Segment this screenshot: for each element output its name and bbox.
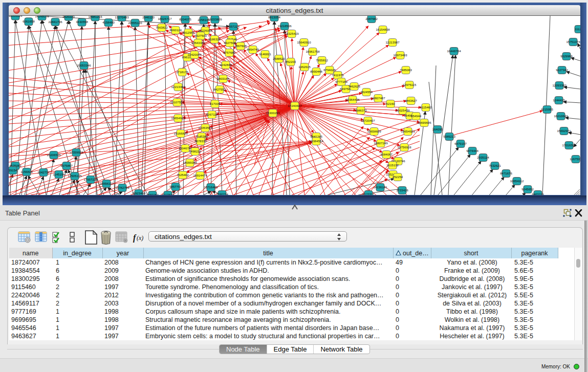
svg-text:9227342: 9227342 (556, 68, 568, 72)
svg-text:11923468: 11923468 (132, 191, 146, 195)
svg-text:954944: 954944 (411, 114, 422, 118)
svg-text:7955812: 7955812 (316, 58, 328, 62)
svg-text:8123311: 8123311 (362, 192, 375, 195)
svg-text:12975115: 12975115 (403, 83, 417, 86)
svg-text:13353594: 13353594 (198, 126, 212, 129)
svg-text:10107553: 10107553 (170, 100, 184, 104)
svg-text:14248078: 14248078 (35, 16, 49, 18)
svg-text:22841736: 22841736 (48, 20, 62, 24)
svg-text:9115460: 9115460 (420, 105, 432, 109)
svg-text:18981216: 18981216 (88, 16, 102, 18)
svg-text:9329966: 9329966 (560, 54, 573, 58)
svg-text:2935114: 2935114 (477, 156, 489, 159)
svg-text:8204075: 8204075 (179, 17, 191, 21)
svg-text:7986372: 7986372 (355, 108, 367, 112)
svg-text:7625402: 7625402 (177, 173, 189, 177)
svg-text:22420046: 22420046 (187, 53, 202, 56)
svg-text:2803144: 2803144 (217, 77, 229, 80)
svg-text:8267110: 8267110 (206, 113, 218, 116)
svg-text:9777169: 9777169 (335, 80, 347, 83)
svg-text:12213987: 12213987 (385, 40, 400, 44)
svg-text:8660124: 8660124 (169, 28, 182, 32)
svg-text:8757685: 8757685 (223, 51, 235, 54)
svg-text:2718176: 2718176 (176, 70, 188, 74)
svg-text:8186328: 8186328 (208, 37, 221, 41)
svg-text:20053346: 20053346 (77, 63, 91, 67)
svg-text:14099348: 14099348 (183, 161, 197, 164)
svg-text:12093382: 12093382 (552, 83, 567, 87)
svg-text:9857791: 9857791 (169, 185, 182, 188)
svg-text:10025438: 10025438 (396, 108, 410, 112)
svg-text:19384554: 19384554 (309, 139, 323, 143)
svg-text:16914479: 16914479 (193, 173, 207, 177)
svg-text:1244415: 1244415 (553, 98, 565, 102)
svg-text:19654923: 19654923 (171, 116, 185, 120)
svg-text:852203: 852203 (286, 60, 296, 63)
svg-text:19756928: 19756928 (397, 145, 411, 149)
svg-text:18026717: 18026717 (158, 17, 172, 20)
svg-text:1145194: 1145194 (53, 172, 65, 176)
svg-text:7462626: 7462626 (348, 84, 360, 88)
svg-text:20555120: 20555120 (128, 21, 142, 25)
svg-text:2588520: 2588520 (273, 57, 285, 60)
svg-text:2946120: 2946120 (142, 16, 155, 19)
svg-text:9474444: 9474444 (466, 149, 478, 152)
svg-text:2867608: 2867608 (234, 44, 247, 48)
svg-text:20206536: 20206536 (47, 153, 61, 157)
svg-text:9084067: 9084067 (380, 152, 393, 156)
svg-text:10958107: 10958107 (99, 182, 114, 185)
svg-text:3824554: 3824554 (360, 90, 373, 94)
svg-text:9242848: 9242848 (220, 63, 232, 67)
svg-text:14136141: 14136141 (373, 185, 387, 189)
svg-text:6479197: 6479197 (454, 142, 467, 145)
svg-text:1362615: 1362615 (298, 65, 311, 69)
svg-text:13270483: 13270483 (115, 16, 129, 19)
svg-text:17957223: 17957223 (83, 178, 98, 181)
svg-text:7411975: 7411975 (332, 73, 344, 77)
svg-text:16961758: 16961758 (306, 50, 320, 53)
svg-text:10658609: 10658609 (367, 129, 381, 133)
svg-text:10543342: 10543342 (191, 41, 205, 45)
svg-text:10699695: 10699695 (417, 121, 431, 124)
svg-text:9463627: 9463627 (405, 99, 417, 102)
svg-text:9975867: 9975867 (60, 164, 73, 167)
svg-text:(x): (x) (137, 234, 143, 242)
svg-text:11123: 11123 (575, 27, 580, 31)
svg-text:7563822: 7563822 (156, 26, 168, 29)
svg-text:15640910: 15640910 (297, 40, 311, 44)
svg-text:8990448: 8990448 (310, 70, 322, 73)
svg-text:19654923: 19654923 (401, 129, 415, 133)
svg-text:8427552: 8427552 (213, 87, 226, 91)
svg-text:16782759: 16782759 (115, 186, 129, 189)
svg-text:252254: 252254 (393, 175, 403, 179)
svg-text:23226058: 23226058 (198, 29, 212, 32)
svg-text:7590234: 7590234 (216, 192, 228, 195)
svg-text:1156819: 1156819 (20, 170, 33, 173)
svg-text:1167533: 1167533 (570, 157, 580, 161)
svg-text:16154838: 16154838 (376, 28, 390, 31)
svg-text:15692971: 15692971 (557, 129, 571, 133)
svg-text:20364436: 20364436 (345, 98, 360, 101)
svg-text:2042737: 2042737 (37, 170, 50, 174)
svg-text:9560154: 9560154 (146, 193, 159, 195)
svg-text:19218506: 19218506 (277, 24, 292, 28)
svg-text:8217633: 8217633 (162, 193, 174, 195)
svg-text:17016504: 17016504 (562, 143, 576, 147)
svg-text:11866024: 11866024 (9, 16, 23, 17)
svg-text:6061658: 6061658 (23, 19, 35, 23)
svg-text:17240607: 17240607 (288, 104, 302, 107)
svg-text:62160: 62160 (386, 102, 396, 105)
svg-text:15300293: 15300293 (266, 111, 280, 115)
svg-text:8813054: 8813054 (268, 16, 280, 19)
svg-text:9327503: 9327503 (194, 34, 207, 37)
svg-text:9389213: 9389213 (443, 135, 455, 138)
svg-text:2087682: 2087682 (365, 17, 378, 20)
svg-text:8215955: 8215955 (541, 107, 553, 111)
svg-text:16448784: 16448784 (447, 49, 461, 53)
svg-text:16033809: 16033809 (208, 17, 222, 21)
svg-text:8471676: 8471676 (500, 171, 512, 175)
svg-text:39154: 39154 (9, 168, 17, 172)
svg-text:10973493: 10973493 (393, 53, 407, 57)
svg-text:12213369: 12213369 (171, 85, 185, 89)
svg-text:16210643: 16210643 (554, 114, 568, 118)
